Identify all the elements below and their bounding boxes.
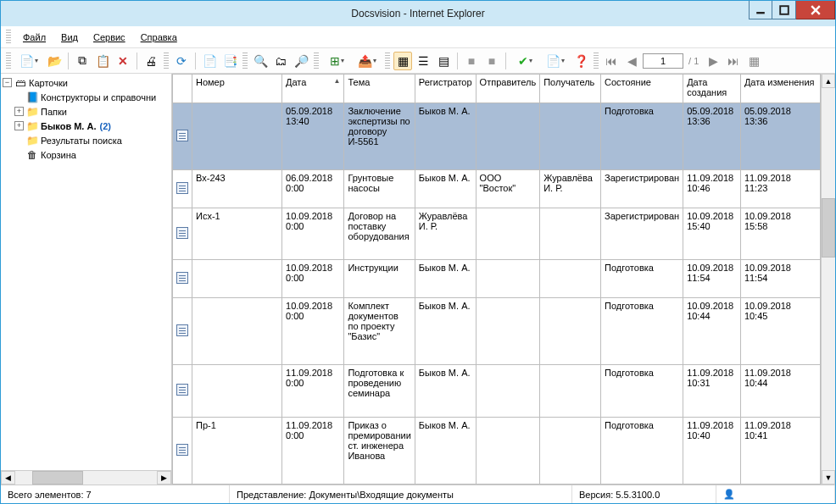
page-next-button[interactable]: ▶ [704, 52, 722, 70]
col-created[interactable]: Дата создания [683, 75, 741, 103]
expand-icon[interactable]: − [3, 78, 12, 87]
doc2-button[interactable]: 📑 [220, 52, 239, 70]
cell-recipient [540, 208, 601, 260]
scroll-right-icon[interactable]: ▶ [157, 471, 171, 485]
block1-button[interactable]: ■ [462, 52, 481, 70]
table-row[interactable]: Исх-110.09.2018 0:00Договор на поставку … [173, 208, 821, 260]
cell-date: 10.09.2018 0:00 [282, 208, 344, 260]
col-state[interactable]: Состояние [601, 75, 683, 103]
menu-help[interactable]: Справка [134, 30, 184, 45]
page-prev-button[interactable]: ◀ [622, 52, 641, 70]
folder-tree[interactable]: − 🗃 Карточки 📘 Конструкторы и справочни … [1, 74, 171, 470]
print-button[interactable]: 🖨 [142, 52, 160, 70]
cell-registrar: Быков М. А. [415, 365, 476, 418]
document-icon [176, 384, 188, 396]
titlebar[interactable]: Docsvision - Internet Explorer [1, 1, 835, 26]
tree-node-search-results[interactable]: 📁 Результаты поиска [3, 133, 171, 147]
toolbar-grip-5[interactable] [385, 53, 390, 69]
cell-state: Подготовка [601, 103, 683, 170]
search-button[interactable]: 🔍 [251, 52, 270, 70]
scroll-up-icon[interactable]: ▲ [822, 74, 835, 88]
col-number[interactable]: Номер [192, 75, 282, 103]
documents-grid[interactable]: Номер Дата Тема Регистратор Отправитель … [172, 74, 821, 485]
find-button[interactable]: 🔎 [292, 52, 310, 70]
menubar-grip[interactable] [6, 30, 11, 45]
help-button[interactable]: ❓ [571, 52, 590, 70]
toolbar-grip-3[interactable] [242, 53, 248, 69]
cell-recipient [540, 417, 601, 484]
view1-button[interactable]: ▦ [393, 52, 412, 70]
expand-icon[interactable]: + [14, 107, 24, 116]
tree-hscroll[interactable]: ◀ ▶ [1, 470, 171, 485]
col-subject[interactable]: Тема [344, 75, 415, 103]
page-settings-button[interactable]: ▦ [744, 52, 763, 70]
cell-number: Вх-243 [192, 170, 282, 208]
cell-subject: Грунтовые насосы [344, 170, 415, 208]
scroll-left-icon[interactable]: ◀ [1, 471, 15, 485]
toolbar-grip-1[interactable] [6, 53, 11, 69]
tree-node-cards[interactable]: − 🗃 Карточки [3, 75, 171, 90]
tree-node-trash[interactable]: 🗑 Корзина [3, 147, 171, 162]
menu-file[interactable]: Файл [16, 30, 53, 45]
page-button[interactable]: 📄▾ [541, 52, 570, 70]
col-registrar[interactable]: Регистратор [415, 75, 476, 103]
tree-node-constructors[interactable]: 📘 Конструкторы и справочни [3, 90, 171, 104]
maximize-button[interactable] [772, 1, 796, 19]
cell-sender [476, 365, 540, 418]
table-row[interactable]: 10.09.2018 0:00Комплект документов по пр… [173, 298, 821, 365]
toolbar-grip-2[interactable] [164, 53, 169, 69]
col-recipient[interactable]: Получатель [540, 75, 601, 103]
close-button[interactable] [796, 1, 835, 19]
expand-icon[interactable]: + [14, 121, 24, 130]
scroll-thumb[interactable] [822, 198, 835, 258]
cell-number [192, 103, 282, 170]
excel-button[interactable]: ⊞▾ [322, 52, 351, 70]
doc-button[interactable]: 📄 [200, 52, 219, 70]
col-sender[interactable]: Отправитель [476, 75, 540, 103]
table-row[interactable]: 10.09.2018 0:00ИнструкцииБыков М. А.Подг… [173, 260, 821, 298]
cell-created: 05.09.2018 13:36 [683, 103, 741, 170]
col-modified[interactable]: Дата изменения [740, 75, 820, 103]
table-row[interactable]: 11.09.2018 0:00Подготовка к проведению с… [173, 365, 821, 418]
filter-button[interactable]: 🗂 [271, 52, 290, 70]
cell-subject: Подготовка к проведению семинара [344, 365, 415, 418]
minimize-button[interactable] [749, 1, 772, 19]
cell-registrar: Быков М. А. [415, 103, 476, 170]
new-doc-button[interactable]: 📄▾ [14, 52, 43, 70]
block2-button[interactable]: ■ [482, 52, 501, 70]
table-row[interactable]: 05.09.2018 13:40Заключение экспертизы по… [173, 103, 821, 170]
row-icon-cell [173, 208, 192, 260]
toolbar-grip-4[interactable] [314, 53, 319, 69]
document-icon [176, 227, 188, 239]
col-icon[interactable] [173, 75, 192, 103]
page-last-button[interactable]: ⏭ [724, 52, 743, 70]
cell-created: 10.09.2018 11:54 [683, 260, 741, 298]
refresh-button[interactable]: ⟳ [172, 52, 191, 70]
export-button[interactable]: 📤▾ [353, 52, 382, 70]
cell-sender [476, 208, 540, 260]
toolbar-grip-6[interactable] [594, 53, 599, 69]
page-first-button[interactable]: ⏮ [602, 52, 621, 70]
copy-button[interactable]: ⧉ [73, 52, 92, 70]
cell-state: Подготовка [601, 365, 683, 418]
delete-button[interactable]: ✕ [114, 52, 132, 70]
view3-button[interactable]: ▤ [434, 52, 453, 70]
scroll-down-icon[interactable]: ▼ [822, 470, 835, 485]
table-row[interactable]: Вх-24306.09.2018 0:00Грунтовые насосыБык… [173, 170, 821, 208]
status-version: Версия: 5.5.3100.0 [572, 485, 716, 503]
menu-service[interactable]: Сервис [86, 30, 132, 45]
view2-button[interactable]: ☰ [414, 52, 432, 70]
scroll-thumb[interactable] [32, 471, 83, 485]
clipboard-button[interactable]: 📋 [93, 52, 112, 70]
open-folder-button[interactable]: 📂 [45, 52, 64, 70]
user-icon: 👤 [723, 489, 735, 500]
check-button[interactable]: ✔▾ [510, 52, 539, 70]
tree-node-folders[interactable]: + 📁 Папки [3, 104, 171, 119]
tree-node-bykov[interactable]: + 📁 Быков М. А. (2) [3, 119, 171, 133]
table-row[interactable]: Пр-111.09.2018 0:00Приказ о премировании… [173, 417, 821, 484]
grid-vscroll[interactable]: ▲ ▼ [821, 74, 835, 485]
menu-view[interactable]: Вид [54, 30, 85, 45]
page-input[interactable] [643, 53, 683, 69]
folder-icon: 📁 [25, 106, 39, 118]
col-date[interactable]: Дата [282, 75, 344, 103]
